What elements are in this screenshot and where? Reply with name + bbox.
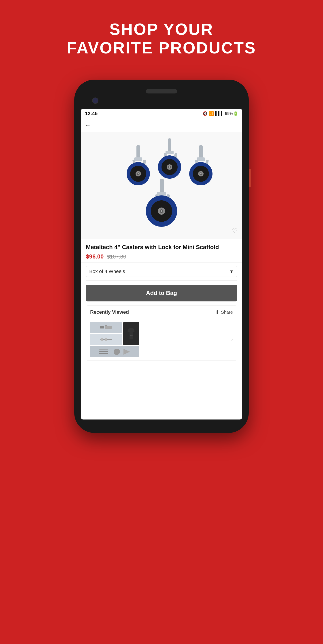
svg-rect-21: [197, 158, 205, 161]
wishlist-button[interactable]: ♡: [232, 227, 238, 234]
thumb-hoodie: GSR: [123, 322, 139, 345]
svg-point-9: [138, 173, 139, 174]
phone-mockup: 12:45 🔇 📶 ▌▌▌ 99%🔋 ←: [74, 80, 249, 433]
share-icon: ⬆: [215, 309, 219, 315]
svg-rect-11: [166, 151, 174, 154]
share-label: Share: [221, 310, 233, 315]
product-image-area: ♡: [81, 132, 242, 239]
variant-label: Box of 4 Wheels: [89, 268, 125, 274]
original-price: $107.80: [107, 254, 126, 260]
thumb-tools: [90, 322, 122, 333]
back-arrow-icon[interactable]: ←: [85, 122, 91, 128]
recently-viewed-title: Recently Viewed: [90, 309, 129, 315]
svg-marker-51: [124, 349, 130, 355]
wifi-icon: 📶: [209, 111, 214, 116]
share-button[interactable]: ⬆ Share: [215, 309, 233, 315]
svg-rect-41: [105, 326, 112, 329]
recently-viewed-item[interactable]: GSR ›: [86, 319, 237, 360]
status-bar: 12:45 🔇 📶 ▌▌▌ 99%🔋: [81, 109, 242, 118]
phone-camera: [92, 98, 98, 104]
svg-rect-47: [99, 350, 108, 350]
status-icons: 🔇 📶 ▌▌▌ 99%🔋: [203, 111, 238, 116]
variant-selector: Box of 4 Wheels ▼: [86, 262, 237, 281]
svg-rect-31: [157, 192, 166, 196]
sale-price: $96.00: [86, 253, 104, 260]
svg-rect-30: [160, 179, 164, 193]
back-button[interactable]: ←: [81, 118, 242, 132]
phone-body: 12:45 🔇 📶 ▌▌▌ 99%🔋 ←: [74, 80, 249, 433]
battery-icon: 99%🔋: [225, 111, 238, 116]
product-thumbnail-grid: GSR: [90, 322, 139, 357]
svg-rect-48: [99, 351, 108, 352]
svg-rect-42: [105, 325, 107, 326]
header-title: SHOP YOUR FAVORITE PRODUCTS: [67, 20, 256, 57]
add-to-bag-button[interactable]: Add to Bag: [86, 285, 237, 302]
product-title: Metaltech 4" Casters with Lock for Mini …: [86, 244, 237, 251]
svg-text:GSR: GSR: [130, 335, 133, 336]
product-info: Metaltech 4" Casters with Lock for Mini …: [81, 239, 242, 263]
phone-volume-button: [249, 169, 251, 187]
chevron-right-icon[interactable]: ›: [231, 337, 233, 342]
phone-screen: 12:45 🔇 📶 ▌▌▌ 99%🔋 ←: [81, 109, 242, 420]
product-image: [108, 134, 215, 237]
svg-rect-10: [168, 138, 171, 152]
svg-rect-49: [99, 353, 108, 354]
thumb-tools2: [90, 334, 122, 345]
price-row: $96.00 $107.80: [86, 253, 237, 260]
bottom-spacer: [81, 361, 242, 370]
svg-rect-40: [100, 326, 104, 328]
svg-point-19: [169, 166, 170, 168]
svg-point-39: [160, 210, 162, 212]
signal-icon: ▌▌▌: [215, 111, 224, 116]
svg-rect-20: [199, 145, 203, 158]
svg-rect-0: [136, 145, 140, 158]
svg-point-50: [114, 348, 120, 355]
mute-icon: 🔇: [203, 111, 208, 116]
svg-rect-45: [101, 338, 103, 341]
svg-rect-46: [105, 338, 107, 341]
svg-rect-1: [134, 158, 142, 161]
recently-viewed-header: Recently Viewed ⬆ Share: [86, 306, 237, 319]
thumb-items: [90, 346, 139, 357]
variant-dropdown[interactable]: Box of 4 Wheels ▼: [86, 266, 237, 277]
phone-speaker: [146, 89, 177, 94]
svg-point-29: [200, 173, 202, 174]
app-content: ←: [81, 118, 242, 420]
recently-viewed-section: Recently Viewed ⬆ Share: [86, 306, 237, 361]
chevron-down-icon: ▼: [229, 269, 234, 274]
status-time: 12:45: [85, 111, 98, 116]
